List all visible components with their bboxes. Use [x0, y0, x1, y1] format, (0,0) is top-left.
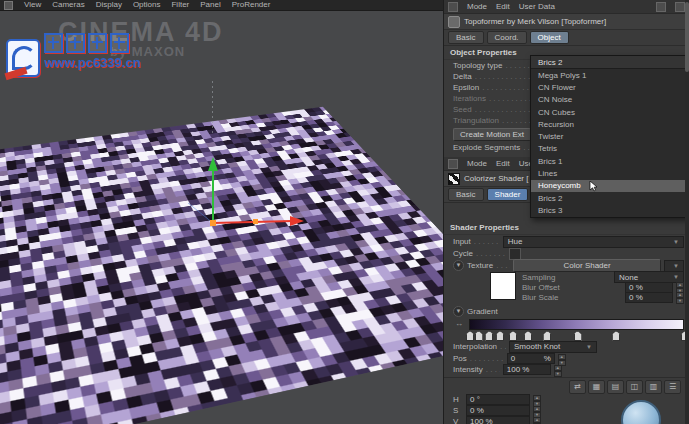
blur-scale-field[interactable]: 0 %	[625, 292, 673, 303]
scrollbar-thumb[interactable]	[685, 2, 689, 72]
dropdown-item[interactable]: Brics 1	[531, 155, 689, 167]
cinema4d-window: View Cameras Display Options Filter Pane…	[0, 0, 689, 424]
attr-menu-edit[interactable]: Edit	[496, 2, 510, 11]
property-row-cycle: Cycle	[444, 248, 689, 259]
gradient-expander-icon[interactable]: ▼	[453, 306, 464, 317]
tab-shader-shader[interactable]: Shader	[487, 188, 529, 201]
gradient-knot[interactable]	[524, 331, 532, 341]
h-field[interactable]: 0 °	[466, 394, 530, 405]
pos-field[interactable]: 0%	[507, 353, 555, 364]
interpolation-dropdown[interactable]: Smooth Knot▼	[509, 341, 597, 353]
menu-panel[interactable]: Panel	[200, 0, 220, 10]
menu-cameras[interactable]: Cameras	[52, 0, 84, 10]
panel-icon-2[interactable]	[448, 159, 458, 169]
h-stepper[interactable]: ▲▼	[533, 395, 541, 405]
texture-label: Texture	[467, 261, 493, 270]
swap-mode-icon[interactable]: ⇄	[569, 380, 586, 394]
intensity-stepper[interactable]: ▲▼	[554, 365, 562, 375]
gradient-knot[interactable]	[574, 331, 582, 341]
v-label: V	[453, 417, 463, 424]
s-stepper[interactable]: ▲▼	[533, 406, 541, 416]
dropdown-item[interactable]: CN Cubes	[531, 106, 689, 118]
history-icon[interactable]	[675, 2, 685, 12]
dropdown-item[interactable]: Mega Polys 1	[531, 69, 689, 81]
pos-stepper[interactable]: ▲▼	[558, 354, 566, 364]
list-view-icon[interactable]: ☰	[664, 380, 681, 394]
texture-subblock: Sampling None▼ Blur Offset 0 % ▲▼ Blur S…	[444, 272, 689, 302]
menu-view[interactable]: View	[24, 0, 41, 10]
attr-menu-userdata[interactable]: User Data	[519, 2, 555, 11]
triangulation-label: Triangulation	[453, 116, 499, 125]
x-axis-handle[interactable]	[253, 219, 258, 224]
dropdown-item[interactable]: Recursion	[531, 118, 689, 130]
shader-menu-edit[interactable]: Edit	[496, 159, 510, 168]
pc6339-logo-icon	[6, 39, 40, 77]
axis-gizmo[interactable]	[168, 131, 318, 241]
dropdown-current-value[interactable]: Brics 2	[531, 56, 689, 69]
y-axis-arrow[interactable]	[208, 157, 218, 171]
menu-filter[interactable]: Filter	[171, 0, 189, 10]
shader-properties-section: Shader Properties	[444, 221, 689, 235]
blur-offset-stepper[interactable]: ▲▼	[676, 282, 684, 292]
gradient-bar[interactable]	[469, 319, 684, 330]
tab-basic[interactable]: Basic	[448, 31, 484, 44]
input-dropdown[interactable]: Hue▼	[503, 236, 684, 248]
tab-object[interactable]: Object	[530, 31, 569, 44]
intensity-label: Intensity	[453, 365, 483, 374]
blur-scale-stepper[interactable]: ▲▼	[676, 292, 684, 302]
dropdown-item[interactable]: Tetris	[531, 143, 689, 155]
gradient-knot[interactable]	[612, 331, 620, 341]
cycle-label: Cycle	[453, 249, 473, 258]
texture-expander-icon[interactable]: ▼	[453, 260, 464, 271]
menu-display[interactable]: Display	[96, 0, 122, 10]
rows-view-icon[interactable]: ▤	[607, 380, 624, 394]
gradient-knot[interactable]	[496, 331, 504, 341]
cells-view-icon[interactable]: ▥	[645, 380, 662, 394]
dropdown-item[interactable]: Twister	[531, 130, 689, 142]
panel-scrollbar[interactable]	[685, 0, 689, 424]
v-field[interactable]: 100 %	[466, 416, 530, 424]
gradient-knot[interactable]	[466, 331, 474, 341]
dropdown-item-highlighted[interactable]: Honeycomb	[531, 180, 689, 192]
color-toolbar: ⇄ ▦ ▤ ◫ ▥ ☰	[444, 380, 689, 394]
dropdown-item[interactable]: CN Flower	[531, 81, 689, 93]
dropdown-item[interactable]: CN Noise	[531, 94, 689, 106]
shader-menu-mode[interactable]: Mode	[467, 159, 487, 168]
gradient-arrows-icon[interactable]: ↔	[453, 319, 465, 328]
gradient-knot[interactable]	[485, 331, 493, 341]
dropdown-item[interactable]: Lines	[531, 167, 689, 179]
tab-shader-basic[interactable]: Basic	[448, 188, 484, 201]
s-field[interactable]: 0 %	[466, 405, 530, 416]
panel-icon[interactable]	[448, 2, 458, 12]
mouse-cursor-icon	[589, 181, 599, 192]
z-axis[interactable]	[188, 203, 213, 223]
viewport-menu-icon[interactable]	[4, 1, 13, 10]
viewport-3d[interactable]: CINEMA 4D by MAXON www.pc6339.cn	[0, 11, 443, 424]
viewport-menubar: View Cameras Display Options Filter Pane…	[0, 0, 443, 11]
x-axis-arrow[interactable]	[290, 216, 304, 226]
menu-prorender[interactable]: ProRender	[232, 0, 271, 10]
origin-handle[interactable]	[210, 220, 216, 226]
columns-view-icon[interactable]: ◫	[626, 380, 643, 394]
attr-menu-mode[interactable]: Mode	[467, 2, 487, 11]
cycle-checkbox[interactable]	[509, 248, 521, 260]
texture-options-button[interactable]: ▼	[664, 260, 684, 272]
dropdown-item[interactable]: Brics 2	[531, 192, 689, 204]
seed-label: Seed	[453, 105, 472, 114]
texture-preview-swatch[interactable]	[490, 272, 516, 300]
explode-label: Explode Segments	[453, 143, 520, 152]
gradient-knot[interactable]	[475, 331, 483, 341]
create-motion-button[interactable]: Create Motion Ext	[453, 128, 531, 141]
dropdown-item[interactable]: Brics 3	[531, 204, 689, 216]
menu-options[interactable]: Options	[133, 0, 161, 10]
gradient-knot[interactable]	[509, 331, 517, 341]
grid-view-icon[interactable]: ▦	[588, 380, 605, 394]
lock-icon[interactable]	[656, 2, 666, 12]
gradient-knot[interactable]	[543, 331, 551, 341]
intensity-field[interactable]: 100 %	[503, 364, 551, 375]
chevron-down-icon: ▼	[586, 344, 592, 350]
tab-coord[interactable]: Coord.	[487, 31, 527, 44]
gradient-knot-row[interactable]	[469, 331, 684, 340]
v-stepper[interactable]: ▲▼	[533, 417, 541, 424]
x-axis[interactable]	[213, 221, 292, 223]
